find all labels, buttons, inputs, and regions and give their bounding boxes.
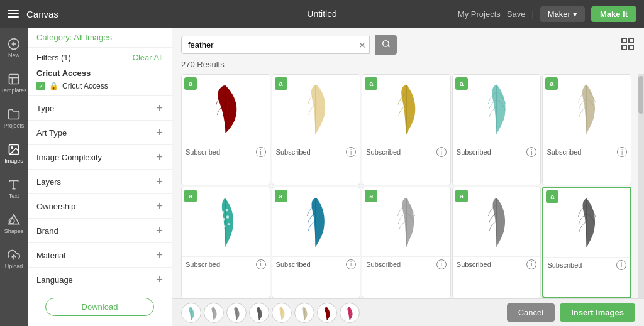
category-prefix: Category:: [36, 33, 74, 42]
image-card-4[interactable]: a Subscribed: [452, 74, 541, 185]
info-button-3[interactable]: i: [436, 147, 447, 157]
info-button-10[interactable]: i: [616, 260, 626, 270]
makeit-button[interactable]: Make It: [591, 6, 636, 22]
expand-language-icon: +: [156, 274, 163, 285]
svg-point-7: [11, 146, 13, 148]
image-card-5[interactable]: a Subscribed: [542, 74, 631, 185]
search-icon: [382, 40, 391, 48]
cricut-badge: a: [365, 190, 377, 202]
expand-material-icon: +: [156, 249, 163, 261]
bottom-thumb-4[interactable]: [249, 303, 269, 323]
svg-rect-15: [622, 38, 626, 43]
sidebar-item-projects[interactable]: Projects: [0, 101, 28, 136]
feather-svg-2: [297, 81, 335, 138]
filter-art-type[interactable]: Art Type +: [28, 120, 172, 144]
download-button[interactable]: Download: [45, 298, 154, 316]
scrollbar-track[interactable]: [638, 74, 644, 298]
search-clear-button[interactable]: ✕: [355, 40, 370, 50]
image-footer-2: Subscribed i: [272, 144, 360, 160]
info-button-8[interactable]: i: [436, 259, 447, 269]
image-footer-5: Subscribed i: [543, 144, 631, 160]
svg-rect-17: [622, 45, 626, 50]
grid-toggle-button[interactable]: [620, 36, 635, 54]
template-icon: [8, 73, 20, 85]
svg-rect-16: [629, 38, 633, 43]
image-card-1[interactable]: a Subscribed i: [181, 74, 270, 185]
info-button-9[interactable]: i: [526, 259, 536, 269]
bottom-thumb-3[interactable]: [226, 303, 247, 323]
cricut-badge: a: [184, 77, 197, 90]
canvas-title: Canvas: [26, 9, 58, 19]
image-card-10[interactable]: a Subscribed: [542, 187, 631, 299]
bottom-thumb-feather-2: [207, 306, 221, 320]
bottom-thumb-1[interactable]: [181, 303, 201, 323]
filter-language-label: Language: [36, 275, 73, 285]
image-card-6[interactable]: a: [181, 187, 270, 299]
main-content: ✕ 270 Results a: [172, 28, 644, 326]
scrollbar-thumb[interactable]: [638, 76, 643, 114]
image-card-2[interactable]: a Subscribed i: [272, 74, 361, 185]
bottom-thumb-feather-5: [275, 306, 289, 320]
info-button-5[interactable]: i: [617, 147, 627, 157]
cricut-access-checkbox[interactable]: 🔒 Cricut Access: [36, 82, 163, 90]
image-footer-3: Subscribed i: [362, 144, 450, 160]
bottom-thumb-8[interactable]: [340, 303, 360, 323]
filter-art-type-label: Art Type: [36, 128, 67, 138]
bottom-thumb-feather-3: [230, 306, 243, 320]
image-footer-7: Subscribed i: [272, 256, 360, 273]
cancel-button[interactable]: Cancel: [507, 303, 555, 322]
filter-material[interactable]: Material +: [28, 242, 172, 267]
filter-image-complexity[interactable]: Image Complexity +: [28, 144, 172, 169]
filter-ownership[interactable]: Ownership +: [28, 193, 172, 218]
image-card-3[interactable]: a Subscribed i: [362, 74, 451, 185]
chevron-down-icon: ▾: [573, 9, 577, 19]
image-card-9[interactable]: a Subscribed i: [452, 187, 541, 299]
maker-button[interactable]: Maker ▾: [540, 6, 585, 22]
category-value[interactable]: All Images: [74, 33, 112, 42]
expand-image-complexity-icon: +: [156, 151, 163, 163]
info-button-7[interactable]: i: [346, 259, 356, 269]
image-footer-4: Subscribed i: [453, 144, 541, 160]
bottom-thumb-2[interactable]: [204, 303, 224, 323]
menu-icon[interactable]: [8, 10, 19, 18]
filter-brand[interactable]: Brand +: [28, 218, 172, 242]
feather-svg-9: [478, 193, 516, 250]
cricut-badge: a: [455, 77, 468, 90]
image-label-1: Subscribed: [186, 148, 220, 156]
feather-svg-8: [387, 193, 425, 250]
sidebar-item-upload[interactable]: Upload: [0, 241, 28, 276]
info-button-1[interactable]: i: [256, 147, 266, 157]
save-button[interactable]: Save: [507, 9, 526, 19]
sidebar-item-shapes[interactable]: Shapes: [0, 206, 28, 241]
sidebar-item-text[interactable]: Text: [0, 171, 28, 206]
image-card-8[interactable]: a Subscribed: [362, 187, 451, 299]
sidebar-item-label: Templates: [1, 87, 26, 94]
filter-type[interactable]: Type +: [28, 95, 172, 120]
feather-svg-1: [207, 81, 245, 138]
insert-images-button[interactable]: Insert Images: [560, 303, 635, 322]
sidebar-item-label: Shapes: [4, 228, 24, 234]
sidebar-item-new[interactable]: New: [0, 30, 28, 65]
info-button-2[interactable]: i: [346, 147, 356, 157]
search-button[interactable]: [375, 35, 397, 55]
sidebar-item-images[interactable]: Images: [0, 136, 28, 171]
expand-layers-icon: +: [156, 176, 163, 187]
sidebar-item-label: Images: [4, 158, 23, 164]
bottom-bar: Cancel Insert Images: [172, 298, 644, 326]
lock-icon: 🔒: [49, 82, 58, 90]
info-button-6[interactable]: i: [256, 259, 266, 269]
filter-language[interactable]: Language +: [28, 267, 172, 291]
bottom-thumb-7[interactable]: [317, 303, 337, 323]
sidebar-item-label: Text: [9, 193, 19, 199]
search-input[interactable]: [181, 36, 370, 54]
info-button-4[interactable]: i: [526, 147, 536, 157]
my-projects-button[interactable]: My Projects: [458, 9, 501, 19]
filter-layers[interactable]: Layers +: [28, 169, 172, 193]
image-card-7[interactable]: a Subscribed i: [272, 187, 361, 299]
bottom-thumb-6[interactable]: [294, 303, 314, 323]
clear-all-button[interactable]: Clear All: [133, 53, 163, 62]
bottom-thumb-5[interactable]: [272, 303, 292, 323]
document-title: Untitled: [307, 9, 336, 19]
sidebar-item-templates[interactable]: Templates: [0, 65, 28, 101]
expand-ownership-icon: +: [156, 200, 163, 212]
